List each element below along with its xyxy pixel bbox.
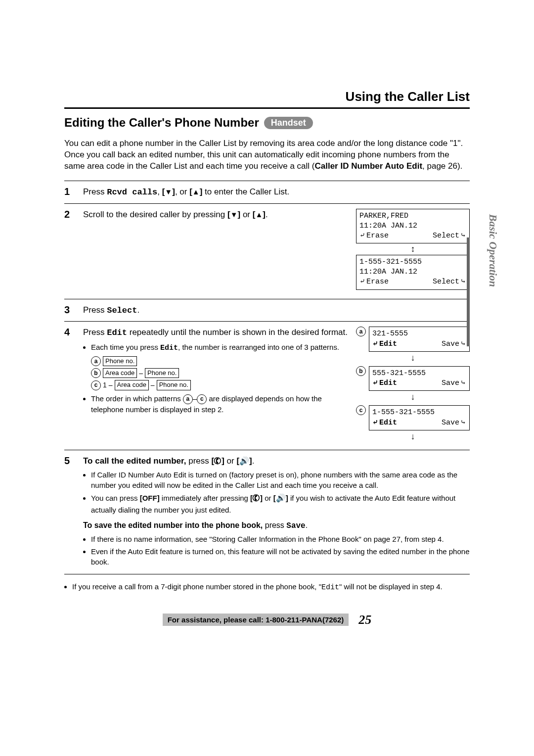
- step-number-3: 3: [64, 304, 79, 317]
- updown-arrow-icon: ↕: [356, 245, 470, 252]
- lcd-display-b: 555-321-5555 EditSave: [369, 366, 470, 391]
- step-1-body: Press Rcvd calls, [▼], or [▲] to enter t…: [83, 186, 470, 198]
- step-5-body: To call the edited number, press [✆] or …: [83, 455, 470, 569]
- save-subheading: To save the edited number into the phone…: [83, 520, 470, 531]
- handset-icon: ✆: [212, 454, 223, 469]
- page-number: 25: [358, 613, 371, 627]
- lcd-display-1: PARKER,FRED 11:20A JAN.12 EraseSelect: [356, 209, 470, 244]
- lcd-display-c: 1-555-321-5555 EditSave: [369, 405, 470, 430]
- pattern-a: a Phone no.: [91, 356, 352, 366]
- step-3-body: Press Select.: [83, 304, 470, 317]
- section-tab: Basic Operation: [487, 214, 499, 287]
- footer-assistance: For assistance, please call: 1-800-211-P…: [163, 614, 349, 626]
- lcd-label-b: b: [356, 366, 366, 376]
- lcd-display-2: 1-555-321-5555 11:20A JAN.12 EraseSelect: [356, 255, 470, 290]
- note-block: If you receive a call from a 7-digit pho…: [64, 574, 470, 593]
- step-4-body: Press Edit repeatedly until the number i…: [83, 327, 352, 445]
- pattern-b: b Area code – Phone no.: [91, 368, 352, 378]
- step-number-4: 4: [64, 327, 79, 445]
- pattern-c: c 1– Area code – Phone no.: [91, 380, 352, 390]
- section-title: Using the Caller List: [64, 89, 470, 109]
- speaker-icon: 🔊: [239, 456, 249, 467]
- down-arrow-icon: ↓: [356, 353, 470, 363]
- lcd-label-c: c: [356, 405, 366, 415]
- handset-pill: Handset: [264, 117, 313, 129]
- step-number-2: 2: [64, 209, 79, 294]
- down-arrow-icon: ↓: [356, 431, 470, 442]
- step-number-1: 1: [64, 186, 79, 198]
- handset-icon: ✆: [251, 491, 262, 506]
- step-number-5: 5: [64, 455, 79, 569]
- step-2-body: Scroll to the desired caller by pressing…: [83, 209, 352, 294]
- intro-text: You can edit a phone number in the Calle…: [64, 138, 470, 172]
- page-heading: Editing the Caller's Phone Number: [64, 116, 259, 130]
- down-arrow-icon: ↓: [356, 392, 470, 402]
- speaker-icon: 🔊: [276, 493, 286, 504]
- lcd-display-a: 321-5555 EditSave: [369, 327, 470, 352]
- lcd-label-a: a: [356, 327, 366, 336]
